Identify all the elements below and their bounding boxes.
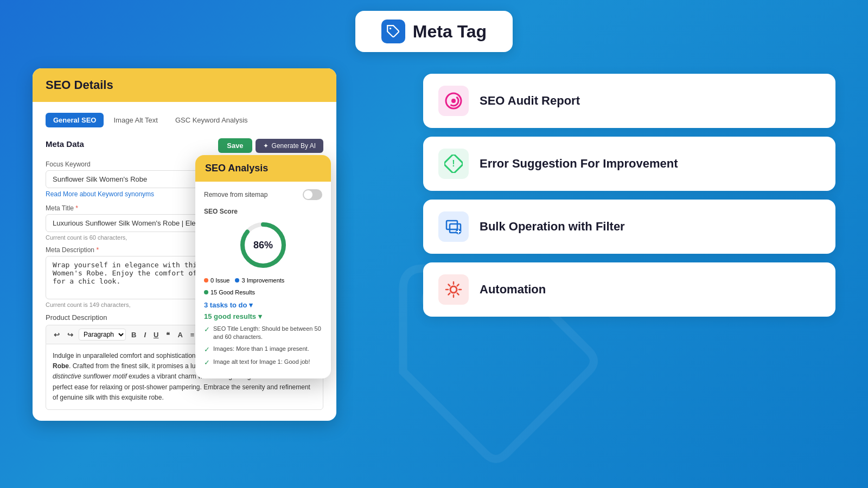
generate-button[interactable]: ✦ Generate By AI (256, 139, 323, 153)
sitemap-toggle[interactable] (303, 189, 322, 200)
result-item-0: ✓ SEO Title Length: Should be between 50… (204, 325, 322, 342)
right-panel: SEO Audit Report ! Error Suggestion For … (423, 68, 835, 421)
result-item-2: ✓ Image alt text for Image 1: Good job! (204, 358, 322, 368)
score-badges: 0 Issue 3 Improvements 15 Good Results (204, 277, 322, 296)
italic-button[interactable]: I (142, 330, 148, 340)
score-circle-wrap: 86% (204, 221, 322, 269)
seo-details-title: SEO Details (46, 78, 113, 92)
svg-rect-8 (446, 221, 457, 229)
color-button[interactable]: A (175, 330, 184, 340)
meta-data-header-row: Meta Data Save ✦ Generate By AI (46, 138, 323, 153)
automation-icon-wrap (438, 274, 469, 305)
seo-analysis-card: SEO Analysis Remove from sitemap SEO Sco… (195, 155, 331, 378)
redo-button[interactable]: ↪ (65, 330, 75, 340)
feature-card-error-suggestion[interactable]: ! Error Suggestion For Improvement (423, 137, 835, 191)
format-select[interactable]: Paragraph (79, 329, 126, 341)
sitemap-toggle-label: Remove from sitemap (204, 191, 267, 198)
header-title: Meta Tag (413, 22, 487, 42)
feature-card-automation[interactable]: Automation (423, 262, 835, 317)
error-suggestion-icon: ! (444, 155, 463, 173)
result-item-1: ✓ Images: More than 1 image present. (204, 345, 322, 355)
feature-card-seo-audit[interactable]: SEO Audit Report (423, 74, 835, 128)
automation-title: Automation (480, 282, 546, 296)
main-content: SEO Details General SEO Image Alt Text G… (0, 52, 868, 432)
check-icon-1: ✓ (204, 345, 210, 355)
bulk-operation-title: Bulk Operation with Filter (480, 220, 625, 233)
seo-analysis-title: SEO Analysis (205, 163, 268, 174)
tasks-section: 3 tasks to do ▾ 15 good results ▾ ✓ SEO … (204, 301, 322, 368)
tabs-row: General SEO Image Alt Text GSC Keyword A… (46, 113, 323, 127)
seo-audit-icon (444, 92, 463, 110)
bulk-operation-text: Bulk Operation with Filter (480, 219, 820, 235)
quote-button[interactable]: ❝ (164, 330, 172, 340)
bulk-operation-icon (444, 217, 463, 236)
header-pill: Meta Tag (355, 11, 513, 52)
tab-general-seo[interactable]: General SEO (46, 113, 104, 127)
check-icon-2: ✓ (204, 358, 210, 368)
improvements-dot (235, 278, 239, 282)
underline-button[interactable]: U (151, 330, 161, 340)
seo-analysis-header: SEO Analysis (195, 155, 331, 182)
svg-line-21 (449, 293, 450, 295)
bold-button[interactable]: B (129, 330, 138, 340)
header-icon-wrap (381, 20, 405, 43)
seo-audit-icon-wrap (438, 86, 469, 116)
header: Meta Tag (0, 0, 868, 52)
error-suggestion-text: Error Suggestion For Improvement (480, 156, 820, 172)
good-results-chevron: ▾ (258, 312, 262, 320)
error-suggestion-icon-wrap: ! (438, 149, 469, 179)
svg-text:!: ! (452, 159, 455, 168)
seo-audit-title: SEO Audit Report (480, 94, 580, 107)
tasks-header[interactable]: 3 tasks to do ▾ (204, 301, 322, 309)
seo-analysis-body: Remove from sitemap SEO Score 86% (195, 182, 331, 378)
seo-score-label: SEO Score (204, 208, 322, 215)
score-circle: 86% (239, 221, 288, 269)
seo-details-header: SEO Details (33, 68, 336, 102)
error-suggestion-title: Error Suggestion For Improvement (480, 157, 678, 170)
check-icon-0: ✓ (204, 325, 210, 335)
svg-point-5 (451, 99, 456, 103)
svg-line-18 (449, 285, 450, 286)
svg-point-13 (450, 286, 457, 293)
good-results-header[interactable]: 15 good results ▾ (204, 312, 322, 320)
svg-line-19 (457, 293, 459, 295)
good-dot (204, 290, 208, 294)
tab-gsc-keyword[interactable]: GSC Keyword Analysis (168, 113, 256, 127)
action-buttons: Save ✦ Generate By AI (218, 138, 323, 153)
bulk-operation-icon-wrap (438, 211, 469, 242)
automation-icon (444, 280, 463, 299)
tab-image-alt[interactable]: Image Alt Text (106, 113, 165, 127)
issue-badge: 0 Issue (204, 277, 229, 284)
svg-point-0 (390, 28, 391, 29)
tag-icon (386, 24, 400, 38)
svg-line-20 (457, 285, 459, 286)
automation-text: Automation (480, 282, 820, 298)
issue-dot (204, 278, 208, 282)
meta-data-section-title: Meta Data (46, 139, 84, 149)
sitemap-toggle-row: Remove from sitemap (204, 189, 322, 200)
score-text: 86% (253, 240, 273, 251)
good-badge: 15 Good Results (204, 289, 255, 296)
left-panel: SEO Details General SEO Image Alt Text G… (33, 68, 401, 421)
tasks-chevron: ▾ (249, 301, 253, 309)
improvements-badge: 3 Improvements (235, 277, 284, 284)
sparkle-icon: ✦ (263, 142, 269, 150)
save-button[interactable]: Save (218, 138, 252, 153)
undo-button[interactable]: ↩ (52, 330, 62, 340)
feature-card-bulk-operation[interactable]: Bulk Operation with Filter (423, 200, 835, 254)
seo-audit-text: SEO Audit Report (480, 93, 820, 109)
